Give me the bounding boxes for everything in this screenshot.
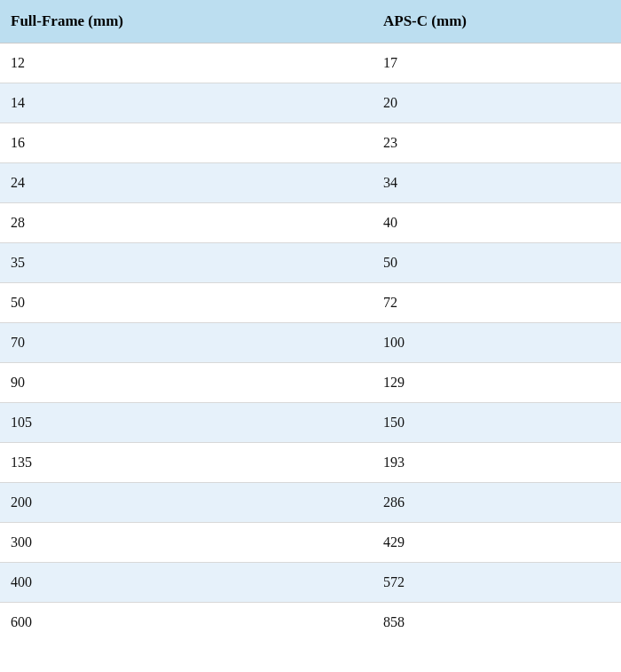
focal-length-table: Full-Frame (mm) APS-C (mm) 12 17 14 20 1… (0, 0, 621, 642)
cell-fullframe: 200 (0, 483, 373, 523)
cell-apsc: 572 (373, 563, 621, 603)
cell-fullframe: 70 (0, 323, 373, 363)
table-row: 400 572 (0, 563, 621, 603)
cell-fullframe: 90 (0, 363, 373, 403)
table-row: 90 129 (0, 363, 621, 403)
table-row: 35 50 (0, 243, 621, 283)
table-row: 16 23 (0, 123, 621, 163)
table-row: 14 20 (0, 83, 621, 123)
cell-fullframe: 24 (0, 163, 373, 203)
cell-fullframe: 12 (0, 43, 373, 83)
cell-fullframe: 16 (0, 123, 373, 163)
table-row: 12 17 (0, 43, 621, 83)
cell-apsc: 193 (373, 443, 621, 483)
col-header-apsc: APS-C (mm) (373, 0, 621, 43)
table-row: 70 100 (0, 323, 621, 363)
cell-fullframe: 14 (0, 83, 373, 123)
cell-fullframe: 28 (0, 203, 373, 243)
table-row: 50 72 (0, 283, 621, 323)
cell-apsc: 40 (373, 203, 621, 243)
col-header-fullframe: Full-Frame (mm) (0, 0, 373, 43)
table-row: 105 150 (0, 403, 621, 443)
cell-fullframe: 50 (0, 283, 373, 323)
table-header-row: Full-Frame (mm) APS-C (mm) (0, 0, 621, 43)
cell-apsc: 50 (373, 243, 621, 283)
cell-apsc: 23 (373, 123, 621, 163)
cell-apsc: 429 (373, 523, 621, 563)
cell-fullframe: 400 (0, 563, 373, 603)
table-row: 300 429 (0, 523, 621, 563)
cell-fullframe: 300 (0, 523, 373, 563)
cell-apsc: 72 (373, 283, 621, 323)
table-row: 200 286 (0, 483, 621, 523)
cell-apsc: 17 (373, 43, 621, 83)
cell-apsc: 129 (373, 363, 621, 403)
table-row: 135 193 (0, 443, 621, 483)
table-row: 28 40 (0, 203, 621, 243)
cell-fullframe: 35 (0, 243, 373, 283)
cell-apsc: 286 (373, 483, 621, 523)
cell-fullframe: 600 (0, 603, 373, 643)
cell-apsc: 100 (373, 323, 621, 363)
table-row: 600 858 (0, 603, 621, 643)
cell-apsc: 20 (373, 83, 621, 123)
cell-apsc: 34 (373, 163, 621, 203)
cell-apsc: 858 (373, 603, 621, 643)
cell-fullframe: 105 (0, 403, 373, 443)
cell-apsc: 150 (373, 403, 621, 443)
table-row: 24 34 (0, 163, 621, 203)
cell-fullframe: 135 (0, 443, 373, 483)
